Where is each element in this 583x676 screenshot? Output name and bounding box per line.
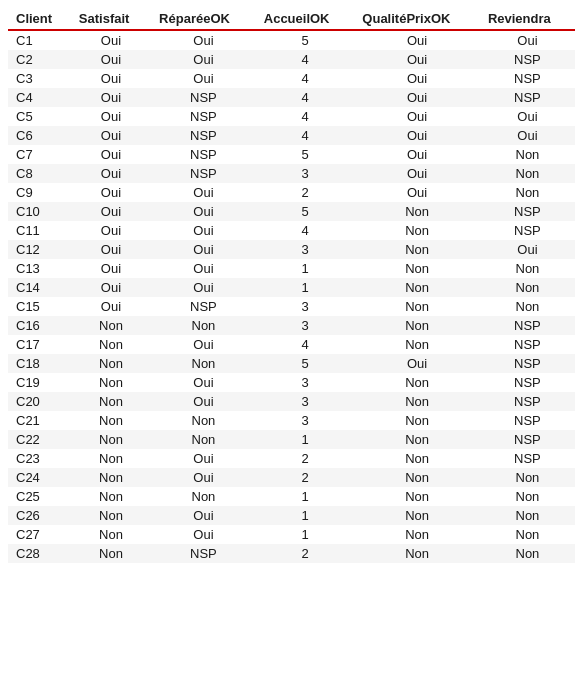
table-cell: Non (71, 354, 151, 373)
table-row: C2OuiOui4OuiNSP (8, 50, 575, 69)
table-cell: Non (354, 392, 480, 411)
table-cell: Non (480, 487, 575, 506)
table-cell: Oui (151, 221, 256, 240)
table-cell: Oui (480, 30, 575, 50)
table-cell: Non (354, 373, 480, 392)
table-cell: 5 (256, 145, 355, 164)
table-cell: Non (71, 506, 151, 525)
table-cell: NSP (480, 221, 575, 240)
table-row: C8OuiNSP3OuiNon (8, 164, 575, 183)
table-row: C9OuiOui2OuiNon (8, 183, 575, 202)
table-cell: 3 (256, 164, 355, 183)
table-cell: Non (354, 468, 480, 487)
table-cell: Oui (480, 107, 575, 126)
table-body: C1OuiOui5OuiOuiC2OuiOui4OuiNSPC3OuiOui4O… (8, 30, 575, 563)
table-cell: C10 (8, 202, 71, 221)
table-cell: Non (71, 525, 151, 544)
table-cell: Oui (71, 30, 151, 50)
table-cell: Oui (71, 183, 151, 202)
table-row: C25NonNon1NonNon (8, 487, 575, 506)
table-cell: C1 (8, 30, 71, 50)
table-row: C6OuiNSP4OuiOui (8, 126, 575, 145)
table-cell: Oui (71, 88, 151, 107)
table-row: C12OuiOui3NonOui (8, 240, 575, 259)
table-cell: NSP (480, 335, 575, 354)
table-cell: 4 (256, 69, 355, 88)
table-row: C27NonOui1NonNon (8, 525, 575, 544)
table-cell: NSP (480, 202, 575, 221)
table-cell: NSP (151, 107, 256, 126)
table-cell: 3 (256, 240, 355, 259)
table-cell: Oui (354, 88, 480, 107)
table-cell: 3 (256, 316, 355, 335)
table-cell: C9 (8, 183, 71, 202)
table-cell: Non (151, 411, 256, 430)
table-cell: C23 (8, 449, 71, 468)
table-cell: Non (71, 430, 151, 449)
table-cell: Oui (71, 259, 151, 278)
table-cell: Oui (151, 30, 256, 50)
table-cell: NSP (480, 430, 575, 449)
table-row: C18NonNon5OuiNSP (8, 354, 575, 373)
table-cell: Oui (71, 221, 151, 240)
table-cell: 4 (256, 107, 355, 126)
table-cell: C15 (8, 297, 71, 316)
table-cell: 1 (256, 278, 355, 297)
table-row: C14OuiOui1NonNon (8, 278, 575, 297)
table-row: C20NonOui3NonNSP (8, 392, 575, 411)
table-row: C22NonNon1NonNSP (8, 430, 575, 449)
table-cell: NSP (480, 373, 575, 392)
column-header-qualitprixok: QualitéPrixOK (354, 8, 480, 30)
table-cell: Oui (151, 259, 256, 278)
table-cell: C21 (8, 411, 71, 430)
table-cell: Non (71, 316, 151, 335)
table-cell: 3 (256, 392, 355, 411)
table-cell: C2 (8, 50, 71, 69)
table-cell: Non (151, 354, 256, 373)
table-cell: 4 (256, 50, 355, 69)
table-cell: Non (480, 297, 575, 316)
table-cell: Oui (151, 373, 256, 392)
table-row: C16NonNon3NonNSP (8, 316, 575, 335)
table-cell: Oui (71, 50, 151, 69)
table-cell: 3 (256, 297, 355, 316)
table-cell: C14 (8, 278, 71, 297)
table-cell: Oui (151, 506, 256, 525)
column-header-accueilok: AccueilOK (256, 8, 355, 30)
table-cell: Oui (151, 525, 256, 544)
column-header-client: Client (8, 8, 71, 30)
table-row: C7OuiNSP5OuiNon (8, 145, 575, 164)
table-cell: Oui (354, 126, 480, 145)
table-cell: 3 (256, 411, 355, 430)
table-row: C24NonOui2NonNon (8, 468, 575, 487)
table-cell: C3 (8, 69, 71, 88)
table-cell: Oui (480, 240, 575, 259)
table-cell: Non (354, 487, 480, 506)
table-cell: C12 (8, 240, 71, 259)
table-cell: Non (354, 221, 480, 240)
table-cell: Non (71, 449, 151, 468)
table-cell: Non (71, 335, 151, 354)
table-cell: Oui (71, 240, 151, 259)
table-cell: 2 (256, 544, 355, 563)
table-cell: Oui (151, 69, 256, 88)
table-cell: Non (354, 506, 480, 525)
table-cell: 2 (256, 449, 355, 468)
table-cell: 4 (256, 335, 355, 354)
table-cell: Non (354, 259, 480, 278)
table-cell: C27 (8, 525, 71, 544)
table-cell: C5 (8, 107, 71, 126)
table-row: C5OuiNSP4OuiOui (8, 107, 575, 126)
table-cell: Oui (354, 107, 480, 126)
table-cell: C7 (8, 145, 71, 164)
table-cell: NSP (151, 164, 256, 183)
table-cell: Non (354, 316, 480, 335)
table-cell: NSP (480, 411, 575, 430)
header-row: ClientSatisfaitRéparéeOKAccueilOKQualité… (8, 8, 575, 30)
table-row: C17NonOui4NonNSP (8, 335, 575, 354)
table-cell: Non (480, 506, 575, 525)
table-row: C11OuiOui4NonNSP (8, 221, 575, 240)
table-row: C26NonOui1NonNon (8, 506, 575, 525)
table-cell: NSP (480, 50, 575, 69)
table-cell: 4 (256, 221, 355, 240)
